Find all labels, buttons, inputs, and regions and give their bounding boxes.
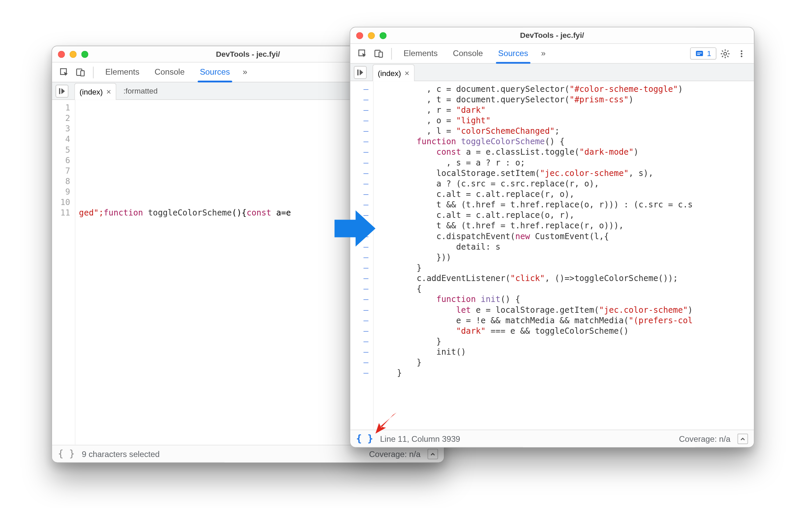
titlebar: DevTools - jec.fyi/ bbox=[350, 27, 754, 44]
zoom-window-icon[interactable] bbox=[380, 32, 387, 39]
svg-rect-3 bbox=[59, 88, 60, 94]
tab-more[interactable]: » bbox=[238, 63, 252, 81]
svg-line-18 bbox=[727, 50, 729, 51]
issues-badge[interactable]: 1 bbox=[690, 47, 716, 59]
svg-point-19 bbox=[741, 50, 742, 52]
svg-rect-8 bbox=[697, 52, 702, 53]
svg-point-21 bbox=[741, 55, 742, 57]
svg-point-10 bbox=[724, 52, 726, 55]
tab-sources[interactable]: Sources bbox=[491, 45, 535, 62]
file-tab-label: (index) bbox=[79, 87, 103, 96]
line-gutter: –––––––––––––––––––––––––––– bbox=[350, 81, 374, 429]
code-editor-right[interactable]: –––––––––––––––––––––––––––– , c = docum… bbox=[350, 81, 754, 429]
tab-console[interactable]: Console bbox=[446, 45, 490, 62]
file-tab-label: (index) bbox=[378, 69, 401, 77]
coverage-text: Coverage: n/a bbox=[679, 434, 731, 443]
svg-rect-2 bbox=[81, 70, 84, 76]
traffic-lights bbox=[356, 32, 387, 39]
window-title: DevTools - jec.fyi/ bbox=[520, 31, 584, 40]
devtools-window-right: DevTools - jec.fyi/ Elements Console Sou… bbox=[350, 27, 755, 448]
svg-rect-22 bbox=[357, 69, 358, 75]
device-toggle-icon[interactable] bbox=[372, 46, 387, 61]
status-text: 9 characters selected bbox=[82, 449, 160, 459]
gear-icon[interactable] bbox=[718, 46, 733, 61]
cursor-position: Line 11, Column 3939 bbox=[380, 434, 460, 443]
window-title: DevTools - jec.fyi/ bbox=[216, 50, 280, 58]
kebab-icon[interactable] bbox=[734, 46, 749, 61]
expand-panel-icon[interactable] bbox=[428, 449, 438, 459]
debugger-step-icon[interactable] bbox=[55, 84, 68, 97]
debugger-step-icon[interactable] bbox=[354, 66, 367, 79]
zoom-window-icon[interactable] bbox=[81, 51, 88, 58]
pretty-print-icon[interactable]: { } bbox=[356, 433, 373, 444]
file-tab-index[interactable]: (index) × bbox=[373, 64, 414, 81]
expand-panel-icon[interactable] bbox=[738, 433, 748, 444]
tab-console[interactable]: Console bbox=[148, 63, 192, 81]
formatted-crumb[interactable]: :formatted bbox=[118, 84, 164, 98]
traffic-lights bbox=[58, 51, 88, 58]
tab-elements[interactable]: Elements bbox=[98, 63, 146, 81]
inspect-icon[interactable] bbox=[57, 65, 72, 80]
statusbar: { } Line 11, Column 3939 Coverage: n/a bbox=[350, 430, 754, 447]
svg-rect-6 bbox=[379, 52, 382, 57]
code-content[interactable]: , c = document.querySelector("#color-sch… bbox=[374, 81, 754, 429]
tab-elements[interactable]: Elements bbox=[397, 45, 445, 62]
file-tabstrip: (index) × bbox=[350, 64, 754, 81]
issues-count: 1 bbox=[707, 49, 711, 58]
line-gutter: 1234567891011 bbox=[52, 100, 75, 445]
tab-more[interactable]: » bbox=[536, 45, 550, 62]
svg-rect-9 bbox=[697, 54, 700, 54]
svg-point-20 bbox=[741, 53, 742, 54]
device-toggle-icon[interactable] bbox=[73, 65, 88, 80]
svg-rect-7 bbox=[696, 51, 703, 56]
issues-icon bbox=[695, 49, 703, 57]
minimize-window-icon[interactable] bbox=[70, 51, 77, 58]
svg-line-15 bbox=[722, 50, 723, 51]
close-icon[interactable]: × bbox=[106, 88, 111, 96]
svg-line-16 bbox=[727, 56, 729, 57]
close-window-icon[interactable] bbox=[58, 51, 65, 58]
pretty-print-icon[interactable]: { } bbox=[58, 448, 75, 459]
toolbar: Elements Console Sources » 1 bbox=[350, 44, 754, 64]
inspect-icon[interactable] bbox=[355, 46, 370, 61]
coverage-text: Coverage: n/a bbox=[369, 449, 421, 459]
close-icon[interactable]: × bbox=[405, 69, 409, 77]
tab-sources[interactable]: Sources bbox=[193, 63, 237, 81]
close-window-icon[interactable] bbox=[356, 32, 363, 39]
svg-line-17 bbox=[722, 56, 723, 57]
file-tab-index[interactable]: (index) × bbox=[74, 83, 116, 100]
minimize-window-icon[interactable] bbox=[368, 32, 375, 39]
